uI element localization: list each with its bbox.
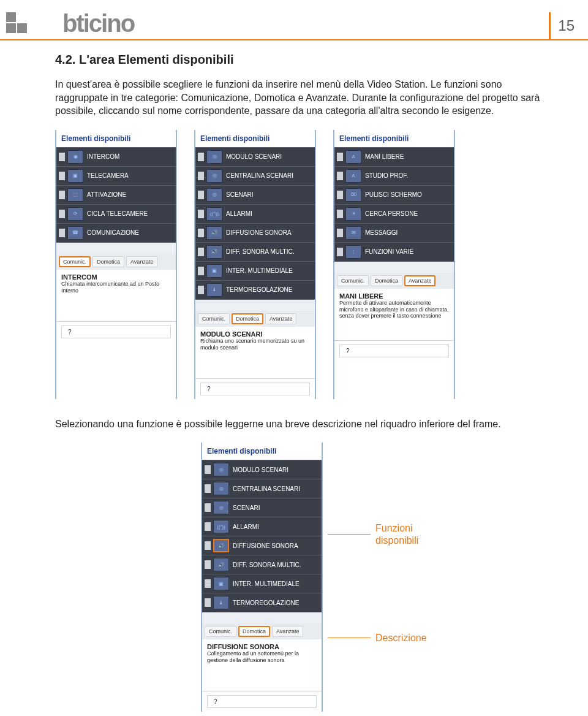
list-item[interactable]: ◎MODULO SCENARI xyxy=(195,147,315,166)
tab-row: Comunic. Domotica Avanzate xyxy=(56,254,176,270)
list-item[interactable]: 🔊DIFFUSIONE SONORA xyxy=(195,223,315,242)
description-box: MANI LIBERE Permette di attivare automat… xyxy=(334,289,454,340)
list-blank xyxy=(56,242,176,254)
help-row: ? xyxy=(195,378,315,399)
list-item[interactable]: ⟳CICLA TELECAMERE xyxy=(56,204,176,223)
list-item[interactable]: ▣INTER. MULTIMEDIALE xyxy=(202,574,322,593)
callout-funzioni: Funzioni disponibili xyxy=(328,522,431,546)
tab-comunic[interactable]: Comunic. xyxy=(198,313,230,324)
panel-domotica-detail: Elementi disponibili ◎MODULO SCENARI ◎CE… xyxy=(201,443,323,712)
tab-domotica[interactable]: Domotica xyxy=(371,275,402,286)
section-heading: 4.2. L'area Elementi disponibili xyxy=(55,53,557,67)
callout-line xyxy=(328,638,371,638)
help-field[interactable]: ? xyxy=(200,383,310,395)
list-blank xyxy=(195,299,315,311)
list-item[interactable]: ((°))ALLARMI xyxy=(195,204,315,223)
list-item[interactable]: ⬚ATTIVAZIONE xyxy=(56,185,176,204)
list-item[interactable]: ASTUDIO PROF. xyxy=(334,166,454,185)
panel-header: Elementi disponibili xyxy=(334,130,454,147)
list-item[interactable]: ▣TELECAMERA xyxy=(56,166,176,185)
tab-avanzate[interactable]: Avanzate xyxy=(126,256,157,267)
list-item[interactable]: ⌧PULISCI SCHERMO xyxy=(334,185,454,204)
list-item[interactable]: ☀CERCA PERSONE xyxy=(334,204,454,223)
list-item[interactable]: 🔊DIFF. SONORA MULTIC. xyxy=(202,555,322,574)
lower-figure: Elementi disponibili ◎MODULO SCENARI ◎CE… xyxy=(55,443,557,712)
help-field[interactable]: ? xyxy=(339,345,449,357)
callout-label: Descrizione xyxy=(375,632,427,644)
help-row: ? xyxy=(202,691,322,712)
list-item[interactable]: 🔊DIFFUSIONE SONORA xyxy=(202,536,322,555)
tab-row: Comunic. Domotica Avanzate xyxy=(334,273,454,289)
tab-avanzate[interactable]: Avanzate xyxy=(404,275,435,286)
list-item[interactable]: ◎SCENARI xyxy=(202,498,322,517)
tab-comunic[interactable]: Comunic. xyxy=(59,256,91,267)
logo-graphic xyxy=(6,12,60,33)
callout-descrizione: Descrizione xyxy=(328,632,431,644)
description-box: MODULO SCENARI Richiama uno scenario mem… xyxy=(195,327,315,378)
list-item[interactable]: AMANI LIBERE xyxy=(334,147,454,166)
page-number: 15 xyxy=(549,12,582,39)
tab-domotica[interactable]: Domotica xyxy=(92,256,124,267)
tab-avanzate[interactable]: Avanzate xyxy=(265,313,296,324)
panels-row-top: Elementi disponibili ◉INTERCOM ▣TELECAME… xyxy=(55,130,557,399)
list-item[interactable]: 🔊DIFF. SONORA MULTIC. xyxy=(195,242,315,261)
list-item[interactable]: ▣INTER. MULTIMEDIALE xyxy=(195,261,315,280)
tab-row: Comunic. Domotica Avanzate xyxy=(195,311,315,327)
intro-paragraph: In quest'area è possibile scegliere le f… xyxy=(55,78,557,118)
list-item[interactable]: 🌡TERMOREGOLAZIONE xyxy=(202,593,322,612)
tab-avanzate[interactable]: Avanzate xyxy=(272,626,303,637)
panel-comunic: Elementi disponibili ◉INTERCOM ▣TELECAME… xyxy=(55,130,177,399)
tab-domotica[interactable]: Domotica xyxy=(232,313,263,324)
description-box: INTERCOM Chiamata intercomunicante ad un… xyxy=(56,270,176,321)
list-item[interactable]: ◎CENTRALINA SCENARI xyxy=(202,479,322,498)
help-field[interactable]: ? xyxy=(207,695,317,708)
list-item[interactable]: ◉INTERCOM xyxy=(56,147,176,166)
list-item[interactable]: 🌡TERMOREGOLAZIONE xyxy=(195,280,315,299)
list-item[interactable]: ◎SCENARI xyxy=(195,185,315,204)
help-field[interactable]: ? xyxy=(61,326,171,338)
panel-header: Elementi disponibili xyxy=(56,130,176,147)
list-item[interactable]: ◎MODULO SCENARI xyxy=(202,460,322,479)
list-item[interactable]: ✉MESSAGGI xyxy=(334,223,454,242)
panel-header: Elementi disponibili xyxy=(195,130,315,147)
panel-domotica: Elementi disponibili ◎MODULO SCENARI ◎CE… xyxy=(194,130,316,399)
panel-avanzate: Elementi disponibili AMANI LIBERE ASTUDI… xyxy=(333,130,455,399)
list-blank xyxy=(334,261,454,273)
brand-logo: bticino xyxy=(0,0,588,33)
callout-label: Funzioni disponibili xyxy=(375,522,431,546)
tab-domotica[interactable]: Domotica xyxy=(238,626,270,637)
paragraph-2: Selezionando una funzione è possibile le… xyxy=(55,417,557,431)
tab-comunic[interactable]: Comunic. xyxy=(205,626,236,637)
list-item[interactable]: ⋮FUNZIONI VARIE xyxy=(334,242,454,261)
panel-header: Elementi disponibili xyxy=(202,443,322,460)
callout-line xyxy=(328,534,371,535)
list-item[interactable]: ◎CENTRALINA SCENARI xyxy=(195,166,315,185)
list-item[interactable]: ☎COMUNICAZIONE xyxy=(56,223,176,242)
list-item[interactable]: ((°))ALLARMI xyxy=(202,517,322,536)
help-row: ? xyxy=(334,340,454,361)
description-box: DIFFUSIONE SONORA Collegamento ad un sot… xyxy=(202,639,322,691)
divider xyxy=(0,39,588,40)
tab-comunic[interactable]: Comunic. xyxy=(337,275,369,286)
tab-row: Comunic. Domotica Avanzate xyxy=(202,623,322,639)
help-row: ? xyxy=(56,321,176,342)
brand-name: bticino xyxy=(62,13,134,33)
list-blank xyxy=(202,612,322,623)
